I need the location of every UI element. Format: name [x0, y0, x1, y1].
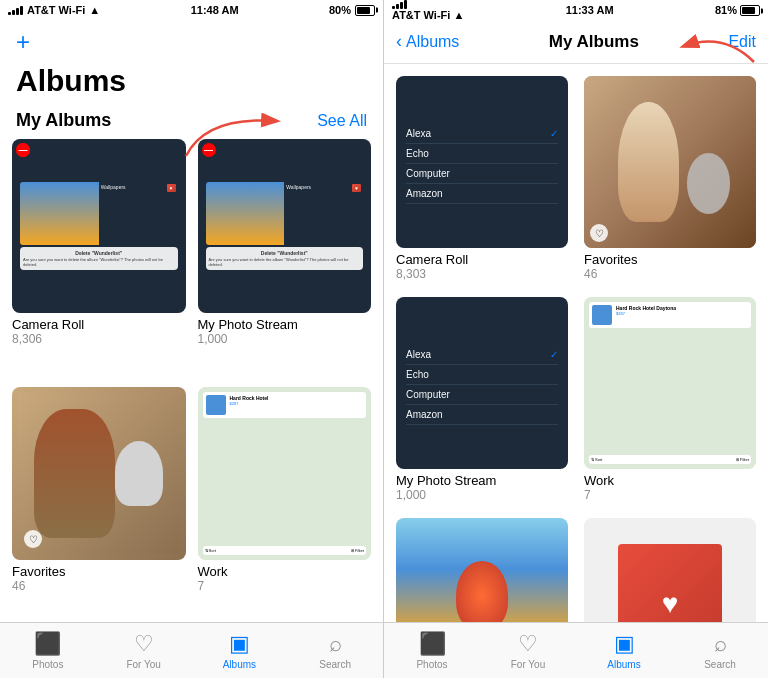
mini-cell-balloon [20, 182, 99, 245]
nav-for-you-left[interactable]: ♡ For You [96, 631, 192, 670]
right-page-title: My Albums [549, 32, 639, 52]
menu-echo: Echo [406, 144, 558, 164]
right-album-camera-roll[interactable]: Alexa ✓ Echo Computer Amazon Camera Roll… [396, 76, 568, 281]
nav-for-you-right[interactable]: ♡ For You [480, 631, 576, 670]
delete-dialog-title: Delete "Wunderlist" [23, 250, 175, 256]
album-name-favorites: Favorites [12, 564, 186, 579]
right-carrier-text: AT&T Wi-Fi [392, 9, 450, 21]
left-battery: 80% [329, 4, 375, 16]
stream-menu-amazon: Amazon [406, 405, 558, 425]
right-album-wallpapers[interactable]: Wallpapers [396, 518, 568, 622]
my-albums-section-header: My Albums See All [0, 106, 383, 139]
right-status-bar: AT&T Wi-Fi ▲ 11:33 AM 81% [384, 0, 768, 20]
back-button[interactable]: ‹ Albums [396, 31, 459, 52]
album-name-camera-roll: Camera Roll [12, 317, 186, 332]
nav-label-for-you-right: For You [511, 659, 545, 670]
see-all-button[interactable]: See All [317, 112, 367, 130]
nav-photos-right[interactable]: ⬛ Photos [384, 631, 480, 670]
album-item-camera-roll[interactable]: — Wallpapers ♥ Delete "Wunderlist" Are y… [12, 139, 186, 375]
work-filter: ⊞ Filter [736, 457, 749, 462]
menu-computer: Computer [406, 164, 558, 184]
right-albums-grid: Alexa ✓ Echo Computer Amazon Camera Roll… [384, 64, 768, 622]
work-hotel-card: Hard Rock Hotel Daytona $287 [589, 302, 751, 328]
album-item-photo-stream[interactable]: Wallpapers ♥ Delete "Wunderlist" Are you… [198, 139, 372, 375]
work-visual: Hard Rock Hotel $287 ⇅ Sort ⊞ Filter [198, 387, 372, 561]
right-album-name-work: Work [584, 473, 756, 488]
work-sort-filter: ⇅ Sort ⊞ Filter [589, 455, 751, 464]
mini-grid-top-2: Wallpapers ♥ [206, 182, 364, 245]
album-item-favorites[interactable]: ♡ Favorites 46 [12, 387, 186, 623]
work-hotel-img [592, 305, 612, 325]
back-label: Albums [406, 33, 459, 51]
work-sort: ⇅ Sort [591, 457, 602, 462]
right-thumb-wunderlist: ♥ [584, 518, 756, 622]
stream-label-amazon: Amazon [406, 409, 443, 420]
right-thumb-favorites: ♡ [584, 76, 756, 248]
album-count-camera-roll: 8,306 [12, 332, 186, 346]
work-hotel-name: Hard Rock Hotel Daytona [616, 305, 676, 311]
menu-item-label-amazon: Amazon [406, 188, 443, 199]
left-status-bar: AT&T Wi-Fi ▲ 11:48 AM 80% [0, 0, 383, 20]
menu-item-label-alexa: Alexa [406, 128, 431, 139]
right-album-photo-stream[interactable]: Alexa ✓ Echo Computer Amazon My Photo St… [396, 297, 568, 502]
nav-search-right[interactable]: ⌕ Search [672, 631, 768, 670]
left-carrier: AT&T Wi-Fi ▲ [8, 4, 100, 16]
album-thumb-favorites: ♡ [12, 387, 186, 561]
my-albums-title: My Albums [16, 110, 111, 131]
stream-label-alexa: Alexa [406, 349, 431, 360]
menu-alexa: Alexa ✓ [406, 124, 558, 144]
nav-albums-right[interactable]: ▣ Albums [576, 631, 672, 670]
work-map-visual: Hard Rock Hotel Daytona $287 ⇅ Sort ⊞ Fi… [584, 297, 756, 469]
nav-label-albums-left: Albums [223, 659, 256, 670]
nav-search-left[interactable]: ⌕ Search [287, 631, 383, 670]
right-carrier: AT&T Wi-Fi ▲ [392, 0, 464, 21]
nav-label-photos-right: Photos [416, 659, 447, 670]
menu-amazon: Amazon [406, 184, 558, 204]
stream-label-computer: Computer [406, 389, 450, 400]
right-album-favorites[interactable]: ♡ Favorites 46 [584, 76, 756, 281]
album-thumb-camera-roll: — Wallpapers ♥ Delete "Wunderlist" Are y… [12, 139, 186, 313]
right-album-wunderlist[interactable]: ♥ Wunderlist [584, 518, 756, 622]
delete-dialog-title-2: Delete "Wunderlist" [209, 250, 361, 256]
left-time: 11:48 AM [191, 4, 239, 16]
left-header: + [0, 20, 383, 60]
album-name-photo-stream: My Photo Stream [198, 317, 372, 332]
edit-button[interactable]: Edit [728, 33, 756, 51]
right-album-name-favorites: Favorites [584, 252, 756, 267]
work-hotel-info: Hard Rock Hotel Daytona $287 [616, 305, 676, 325]
wifi-icon-right: ▲ [453, 9, 464, 21]
nav-label-search-right: Search [704, 659, 736, 670]
red-badge-2: — [202, 143, 216, 157]
left-carrier-text: AT&T Wi-Fi [27, 4, 85, 16]
right-panel: AT&T Wi-Fi ▲ 11:33 AM 81% ‹ Albums My Al… [384, 0, 768, 678]
stream-label-echo: Echo [406, 369, 429, 380]
stream-menu-echo: Echo [406, 365, 558, 385]
right-time: 11:33 AM [566, 4, 614, 16]
left-albums-grid: — Wallpapers ♥ Delete "Wunderlist" Are y… [0, 139, 383, 622]
stream-checkmark-alexa: ✓ [550, 349, 558, 360]
right-album-work[interactable]: Hard Rock Hotel Daytona $287 ⇅ Sort ⊞ Fi… [584, 297, 756, 502]
right-thumb-photo-stream: Alexa ✓ Echo Computer Amazon [396, 297, 568, 469]
right-thumb-wallpapers [396, 518, 568, 622]
album-thumb-work: Hard Rock Hotel $287 ⇅ Sort ⊞ Filter [198, 387, 372, 561]
right-album-count-camera-roll: 8,303 [396, 267, 568, 281]
add-album-button[interactable]: + [16, 28, 30, 56]
album-count-work: 7 [198, 579, 372, 593]
favorites-heart-badge: ♡ [590, 224, 608, 242]
signal-icon [8, 6, 23, 15]
heart-card-visual: ♥ [618, 544, 721, 622]
camera-roll-visual: — Wallpapers ♥ Delete "Wunderlist" Are y… [12, 139, 186, 313]
right-album-count-favorites: 46 [584, 267, 756, 281]
nav-label-for-you-left: For You [126, 659, 160, 670]
mini-heart-2: ♥ [352, 184, 361, 192]
nav-photos-left[interactable]: ⬛ Photos [0, 631, 96, 670]
album-count-photo-stream: 1,000 [198, 332, 372, 346]
album-item-work[interactable]: Hard Rock Hotel $287 ⇅ Sort ⊞ Filter Wor… [198, 387, 372, 623]
sort-filter-bar: ⇅ Sort ⊞ Filter [203, 546, 367, 555]
stream-menu-computer: Computer [406, 385, 558, 405]
battery-percent-left: 80% [329, 4, 351, 16]
photos-icon-left: ⬛ [34, 631, 61, 657]
mini-cell-dark: Wallpapers ♥ [99, 182, 178, 245]
nav-albums-left[interactable]: ▣ Albums [192, 631, 288, 670]
work-hotel-price: $287 [616, 311, 676, 316]
